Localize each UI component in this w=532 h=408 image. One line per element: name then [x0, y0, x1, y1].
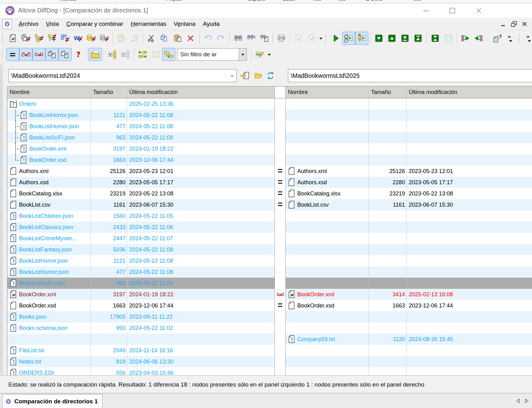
menu-comparar-y-combinar[interactable]: Comparar y combinar	[63, 19, 127, 29]
show-not-compared-button[interactable]: ?	[72, 48, 85, 61]
table-row[interactable]: ≠BookOrder.xml31972024-01-19 18:22≠≠Book…	[7, 289, 532, 300]
table-row[interactable]: !Notes.txt8192024-06-06 13:30	[7, 356, 532, 367]
table-row[interactable]: Authors.xml251262023-05-23 12:01=Authors…	[7, 166, 532, 177]
tab-scroll-left-button[interactable]	[515, 398, 521, 404]
tab-comparacion-de-directorios-1[interactable]: Comparación de directorios 1	[2, 394, 102, 408]
compare-open-files-button[interactable]	[19, 32, 32, 45]
table-row[interactable]: !BookListHumor.json4772024-05-22 11:08	[7, 121, 532, 132]
edit-selected-file-button[interactable]	[491, 32, 504, 45]
apply-path-button[interactable]	[239, 69, 251, 82]
window-maximize-button[interactable]	[447, 5, 458, 16]
previous-difference-button[interactable]	[385, 32, 398, 45]
current-difference-button[interactable]	[429, 32, 442, 45]
check-well-formed-button[interactable]	[305, 32, 318, 45]
toolbar-overflow-button[interactable]: »	[504, 32, 517, 45]
menu-archivo[interactable]: Archivo	[15, 19, 42, 29]
compare-files-button[interactable]: ≠	[6, 32, 19, 45]
left-directory-combobox[interactable]: \MadBookwormsLtd\2024	[8, 69, 237, 82]
left-header-modified[interactable]: Última modificación	[127, 87, 275, 98]
right-header-modified[interactable]: Última modificación	[407, 87, 532, 98]
browse-folder-button[interactable]	[252, 69, 264, 82]
table-row[interactable]: !BookOrder.xsd16632023-12-06 17:44	[7, 154, 532, 166]
mdi-minimize-button[interactable]	[499, 20, 508, 28]
file-filter-combobox[interactable]: Sin filtro de ar	[177, 48, 239, 61]
find-button[interactable]	[232, 32, 245, 45]
table-row[interactable]: BookList.csv11612023-06-07 15:30=BookLis…	[7, 199, 532, 210]
compare-while-editing-button[interactable]	[355, 32, 368, 45]
find-in-files-button[interactable]	[258, 32, 271, 45]
compare-database-data-button[interactable]	[85, 32, 98, 45]
table-row[interactable]: BookCatalog.xlsx232192023-05-22 13:08=Bo…	[7, 188, 532, 199]
table-row[interactable]: !BookListChildren.json15602024-05-22 11:…	[7, 210, 532, 222]
menu-vista[interactable]: Vista	[42, 19, 63, 29]
right-header-name[interactable]: Nombre	[286, 87, 369, 98]
cut-button[interactable]	[145, 32, 158, 45]
table-row-selected[interactable]: !BookListSciFi.json9632024-05-22 11:09	[7, 278, 532, 289]
left-header-name[interactable]: Nombre	[7, 87, 91, 98]
autostart-comparison-button[interactable]	[342, 32, 355, 45]
print-button[interactable]	[275, 32, 288, 45]
collapse-all-button[interactable]	[119, 48, 132, 61]
show-not-comparable-button[interactable]: ≠	[32, 48, 45, 61]
table-row[interactable]: !Company03.txt11202024-08-26 15:45	[7, 334, 532, 345]
table-row[interactable]: !BookListClassics.json24332024-05-22 11:…	[7, 222, 532, 233]
toolbar-drag-handle[interactable]	[2, 49, 4, 59]
synchronize-tables-button[interactable]	[128, 32, 141, 45]
expand-all-button[interactable]	[106, 48, 119, 61]
window-minimize-button[interactable]	[421, 5, 431, 16]
undo-button[interactable]	[201, 32, 214, 45]
mdi-restore-button[interactable]	[510, 20, 518, 28]
table-row[interactable]: BookOrder.xsd16632023-12-06 17:44=BookOr…	[7, 300, 532, 311]
table-row[interactable]: !BookListHumor.json4772024-05-22 11:08	[7, 266, 532, 278]
filter-options-dropdown-button[interactable]	[266, 48, 272, 61]
compare-directories-add-button[interactable]	[45, 32, 59, 45]
paste-button[interactable]	[171, 32, 184, 45]
show-different-button[interactable]: ≠	[19, 48, 32, 61]
table-row[interactable]: !BookListHorror.json11212024-05-22 11:08	[7, 110, 532, 121]
compare-xml-structure-button[interactable]	[59, 32, 72, 45]
menu-ayuda[interactable]: Ayuda	[199, 19, 224, 29]
synchronize-directories-mode-button[interactable]	[162, 48, 175, 61]
right-header-size[interactable]: Tamaño	[369, 87, 407, 98]
table-row[interactable]: !Books.json179052023-09-11 11:22	[7, 311, 532, 322]
table-row[interactable]: !BookListFantasy.json50362024-05-22 11:0…	[7, 244, 532, 255]
right-directory-combobox[interactable]: \MadBookwormsLtd\2025	[288, 69, 532, 82]
table-row[interactable]: !ORDERS.EDI5562023-04-03 10:46	[7, 367, 532, 376]
show-right-only-button[interactable]: !	[59, 48, 72, 61]
refresh-comparison-button[interactable]	[265, 69, 276, 82]
compare-directories-button[interactable]	[32, 32, 45, 45]
menu-ventana[interactable]: Ventana	[170, 19, 199, 29]
table-row[interactable]: !BookListSciFi.json9632024-05-22 11:09	[7, 132, 532, 143]
compare-word-documents-button[interactable]: W	[72, 32, 85, 45]
toolbar-overflow-edge-button[interactable]: »	[523, 32, 532, 45]
first-difference-button[interactable]	[412, 32, 425, 45]
table-row[interactable]: !BookListCrimeMyster...24472024-05-22 11…	[7, 233, 532, 244]
table-row[interactable]: !BookListHorror.json11212024-05-22 11:08	[7, 255, 532, 266]
tab-scroll-right-button[interactable]	[524, 398, 530, 404]
next-difference-button[interactable]	[372, 32, 385, 45]
display-current-difference-button[interactable]	[442, 32, 455, 45]
include-subdirectories-button[interactable]	[89, 48, 102, 61]
redo-button[interactable]	[214, 32, 228, 45]
merge-left-to-right-button[interactable]	[459, 32, 472, 45]
merge-right-to-left-button[interactable]	[472, 32, 485, 45]
last-difference-button[interactable]	[398, 32, 412, 45]
copy-button[interactable]	[158, 32, 171, 45]
table-row[interactable]: !BookOrder.xml31972024-01-19 18:22	[7, 143, 532, 154]
validate-button[interactable]	[292, 32, 305, 45]
start-comparison-button[interactable]	[329, 32, 342, 45]
compare-database-schemas-button[interactable]	[98, 32, 111, 45]
edit-file-filter-button[interactable]	[253, 48, 266, 61]
left-header-size[interactable]: Tamaño	[91, 87, 127, 98]
table-row[interactable]: !FileList.txt20492024-11-14 16:16	[7, 345, 532, 356]
show-left-only-button[interactable]: !	[45, 48, 59, 61]
table-row[interactable]: Authors.xsd22802023-05-05 17:17=Authors.…	[7, 177, 532, 188]
left-directory-dropdown-icon[interactable]	[228, 69, 236, 82]
file-filter-dropdown-button[interactable]	[239, 48, 247, 61]
find-next-button[interactable]	[245, 32, 258, 45]
window-close-button[interactable]	[473, 5, 484, 16]
show-equal-button[interactable]	[6, 48, 19, 61]
table-row[interactable]: !Books.schema.json9932024-05-22 11:02	[7, 322, 532, 334]
copy-right-to-left-button[interactable]	[149, 48, 162, 61]
toolbar-drag-handle[interactable]	[2, 33, 4, 43]
